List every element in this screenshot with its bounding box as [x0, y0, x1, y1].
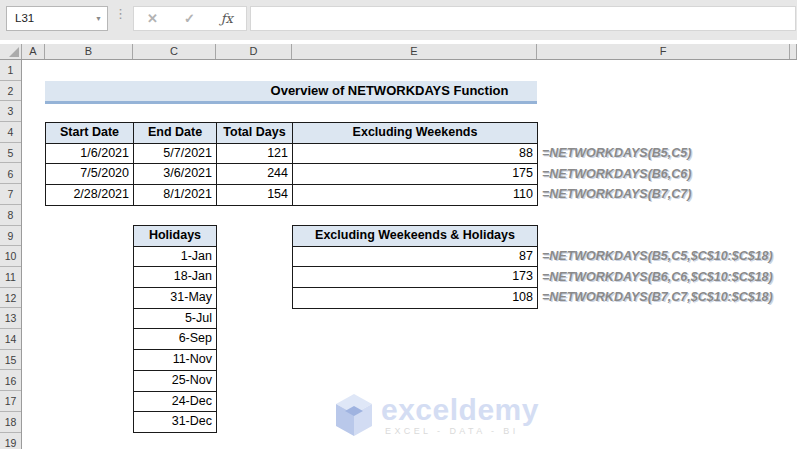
exceldemy-cube-icon — [334, 392, 374, 438]
chevron-down-icon[interactable]: ▼ — [95, 7, 102, 30]
row-header-19[interactable]: 19 — [0, 433, 21, 449]
name-box-value: L31 — [15, 12, 34, 24]
row-header-4[interactable]: 4 — [0, 122, 21, 143]
formula-f5[interactable]: =NETWORKDAYS(B5,C5) — [542, 143, 795, 164]
cell-c12[interactable]: 31-May — [134, 288, 217, 309]
row-header-column: 1 2 3 4 5 6 7 8 9 10 11 12 13 14 15 16 1… — [0, 60, 22, 449]
cell-e11[interactable]: 173 — [293, 267, 538, 288]
row-header-17[interactable]: 17 — [0, 391, 21, 412]
formula-f10[interactable]: =NETWORKDAYS(B5,C5,$C$10:$C$18) — [542, 246, 795, 267]
row-header-15[interactable]: 15 — [0, 350, 21, 371]
cell-c17[interactable]: 24-Dec — [134, 392, 217, 413]
cell-c14[interactable]: 6-Sep — [134, 329, 217, 350]
cell-c13[interactable]: 5-Jul — [134, 309, 217, 330]
row-header-10[interactable]: 10 — [0, 246, 21, 267]
cell-c16[interactable]: 25-Nov — [134, 371, 217, 392]
row-header-6[interactable]: 6 — [0, 164, 21, 185]
column-header-c[interactable]: C — [133, 44, 216, 59]
table-holidays: Holidays 1-Jan 18-Jan 31-May 5-Jul 6-Sep… — [133, 225, 217, 433]
row-header-2[interactable]: 2 — [0, 81, 21, 102]
cell-b5[interactable]: 1/6/2021 — [46, 144, 134, 165]
formula-bar-input[interactable] — [250, 6, 796, 31]
row-header-11[interactable]: 11 — [0, 267, 21, 288]
row-header-9[interactable]: 9 — [0, 226, 21, 247]
cell-c15[interactable]: 11-Nov — [134, 350, 217, 371]
row-header-7[interactable]: 7 — [0, 184, 21, 205]
row-header-1[interactable]: 1 — [0, 60, 21, 81]
formula-list-holidays: =NETWORKDAYS(B5,C5,$C$10:$C$18) =NETWORK… — [542, 246, 795, 308]
formula-f12[interactable]: =NETWORKDAYS(B7,C7,$C$10:$C$18) — [542, 287, 795, 308]
watermark: exceldemy EXCEL - DATA - BI — [334, 392, 539, 438]
row-header-13[interactable]: 13 — [0, 308, 21, 329]
cell-d6[interactable]: 244 — [217, 164, 293, 185]
row-header-12[interactable]: 12 — [0, 288, 21, 309]
cell-c10[interactable]: 1-Jan — [134, 247, 217, 268]
cell-d7[interactable]: 154 — [217, 185, 293, 206]
header-excluding-weekends-holidays[interactable]: Excluding Weekeends & Holidays — [293, 226, 538, 247]
formula-toolbar: L31 ▼ ⋮ ✕ ✓ ƒx — [0, 0, 797, 40]
row-header-3[interactable]: 3 — [0, 101, 21, 122]
cell-e12[interactable]: 108 — [293, 288, 538, 309]
header-end-date[interactable]: End Date — [134, 123, 217, 144]
cell-b7[interactable]: 2/28/2021 — [46, 185, 134, 206]
watermark-tagline: EXCEL - DATA - BI — [381, 426, 539, 436]
table-networkdays: Start Date End Date Total Days Excluding… — [45, 122, 538, 206]
cell-c11[interactable]: 18-Jan — [134, 267, 217, 288]
column-header-row: A B C D E F — [0, 44, 797, 60]
column-header-f[interactable]: F — [537, 44, 790, 59]
row-header-18[interactable]: 18 — [0, 412, 21, 433]
select-all-corner[interactable] — [0, 44, 22, 59]
cell-d5[interactable]: 121 — [217, 144, 293, 165]
formula-list-weekends: =NETWORKDAYS(B5,C5) =NETWORKDAYS(B6,C6) … — [542, 143, 795, 205]
select-all-triangle-icon — [9, 47, 19, 57]
table-excluding-holidays: Excluding Weekeends & Holidays 87 173 10… — [292, 225, 538, 309]
column-header-g-sliver[interactable] — [790, 44, 797, 59]
cell-c18[interactable]: 31-Dec — [134, 412, 217, 433]
cell-b6[interactable]: 7/5/2020 — [46, 164, 134, 185]
header-holidays[interactable]: Holidays — [134, 226, 217, 247]
header-excluding-weekends[interactable]: Excluding Weekends — [293, 123, 538, 144]
formula-f6[interactable]: =NETWORKDAYS(B6,C6) — [542, 164, 795, 185]
cell-e6[interactable]: 175 — [293, 164, 538, 185]
formula-f11[interactable]: =NETWORKDAYS(B6,C6,$C$10:$C$18) — [542, 267, 795, 288]
formula-buttons: ✕ ✓ ƒx — [133, 6, 247, 31]
cell-e10[interactable]: 87 — [293, 247, 538, 268]
row-header-5[interactable]: 5 — [0, 143, 21, 164]
cell-e5[interactable]: 88 — [293, 144, 538, 165]
watermark-brand: exceldemy — [381, 395, 539, 425]
cell-c7[interactable]: 8/1/2021 — [134, 185, 217, 206]
column-header-e[interactable]: E — [292, 44, 537, 59]
row-header-16[interactable]: 16 — [0, 371, 21, 392]
column-header-b[interactable]: B — [45, 44, 133, 59]
cell-c6[interactable]: 3/6/2021 — [134, 164, 217, 185]
name-box[interactable]: L31 ▼ — [6, 6, 108, 31]
formula-f7[interactable]: =NETWORKDAYS(B7,C7) — [542, 184, 795, 205]
column-header-d[interactable]: D — [216, 44, 292, 59]
toolbar-separator-dots: ⋮ — [114, 8, 124, 30]
watermark-text: exceldemy EXCEL - DATA - BI — [381, 395, 539, 436]
title-banner[interactable]: Overview of NETWORKDAYS Function — [45, 81, 537, 104]
cancel-icon[interactable]: ✕ — [147, 11, 158, 26]
header-start-date[interactable]: Start Date — [46, 123, 134, 144]
cell-e7[interactable]: 110 — [293, 185, 538, 206]
column-header-a[interactable]: A — [22, 44, 45, 59]
enter-icon[interactable]: ✓ — [184, 11, 195, 26]
row-header-14[interactable]: 14 — [0, 329, 21, 350]
header-total-days[interactable]: Total Days — [217, 123, 293, 144]
cell-c5[interactable]: 5/7/2021 — [134, 144, 217, 165]
row-header-8[interactable]: 8 — [0, 205, 21, 226]
insert-function-icon[interactable]: ƒx — [221, 11, 233, 26]
